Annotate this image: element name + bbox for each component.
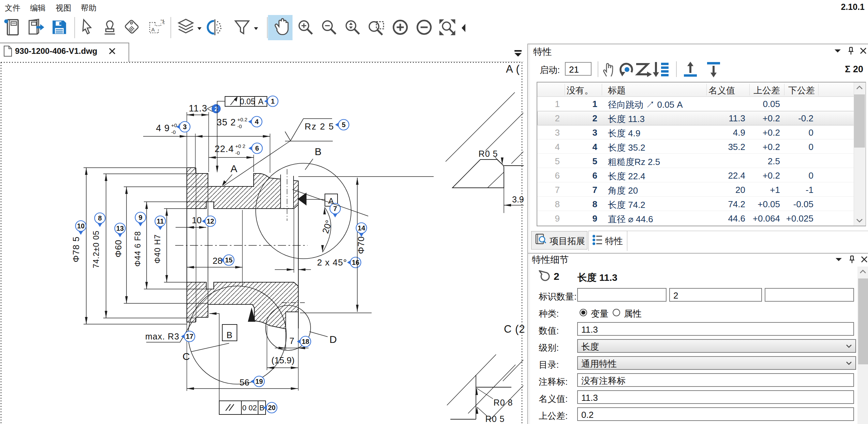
svg-text:74.2±0 05: 74.2±0 05 (92, 230, 101, 268)
svg-text:A: A (258, 97, 264, 106)
svg-text:11.3: 11.3 (189, 103, 208, 113)
svg-text:35 2: 35 2 (216, 117, 236, 127)
svg-text:22.4: 22.4 (214, 144, 234, 154)
svg-text:3.9: 3.9 (512, 195, 524, 204)
svg-text:B: B (226, 330, 232, 340)
svg-text:R0 8: R0 8 (494, 398, 513, 407)
svg-text:7: 7 (333, 205, 337, 212)
svg-text:11: 11 (156, 217, 164, 225)
svg-text:16: 16 (352, 259, 359, 266)
svg-text:-0: -0 (235, 150, 240, 156)
svg-text:4: 4 (255, 118, 259, 125)
svg-text:28: 28 (213, 256, 223, 266)
svg-text:18: 18 (302, 338, 309, 345)
svg-text:56: 56 (240, 377, 250, 388)
svg-text:Φ78 5: Φ78 5 (71, 236, 81, 262)
svg-text:20: 20 (268, 404, 275, 411)
svg-text:0 02: 0 02 (242, 404, 257, 412)
svg-text:D: D (329, 334, 337, 345)
svg-text:max. R3: max. R3 (145, 332, 179, 341)
svg-text:8: 8 (98, 214, 102, 222)
svg-text:4 9: 4 9 (156, 123, 170, 133)
svg-text:6: 6 (255, 145, 259, 152)
svg-text:3: 3 (183, 123, 186, 131)
svg-text:A (: A ( (506, 63, 520, 75)
svg-text:A: A (230, 163, 237, 174)
svg-text:13: 13 (116, 225, 124, 232)
svg-text:B: B (315, 146, 321, 157)
svg-text:12: 12 (207, 217, 214, 225)
svg-text:C (2: C (2 (504, 323, 525, 335)
svg-text:(15.9): (15.9) (271, 355, 295, 365)
svg-text:Φ70: Φ70 (356, 236, 366, 254)
svg-text:17: 17 (186, 333, 193, 340)
svg-text:10: 10 (77, 222, 85, 230)
svg-text:19: 19 (255, 378, 263, 385)
svg-text:+0.2: +0.2 (237, 117, 248, 122)
svg-text:Rz 2 5: Rz 2 5 (304, 121, 334, 132)
svg-text:5: 5 (342, 121, 345, 128)
svg-text:+0 2: +0 2 (235, 143, 245, 149)
svg-text:15: 15 (225, 256, 233, 264)
svg-text:-0: -0 (171, 129, 176, 135)
svg-text:2 x 45°: 2 x 45° (317, 257, 347, 268)
svg-text:9: 9 (138, 214, 142, 221)
svg-text:R0 5: R0 5 (485, 414, 505, 424)
svg-text:C: C (182, 351, 190, 362)
svg-text:1: 1 (271, 97, 274, 105)
svg-text:-0: -0 (237, 123, 242, 129)
svg-text:Φ40 H7: Φ40 H7 (153, 234, 162, 263)
svg-text:R0 5: R0 5 (479, 149, 498, 158)
svg-text:7: 7 (289, 336, 294, 346)
svg-text:Φ60: Φ60 (113, 240, 123, 258)
svg-text:0.05: 0.05 (240, 97, 255, 106)
svg-text:20°: 20° (320, 219, 334, 235)
svg-text:Φ44 6 F8: Φ44 6 F8 (133, 231, 142, 267)
svg-text:10: 10 (192, 215, 202, 225)
svg-text:14: 14 (358, 224, 365, 232)
